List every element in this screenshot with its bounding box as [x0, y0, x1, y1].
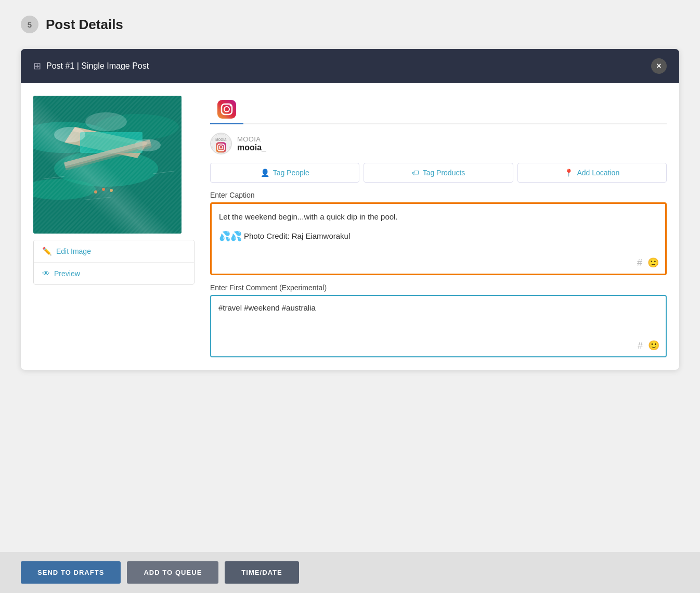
svg-rect-0 — [33, 96, 182, 234]
svg-point-10 — [85, 112, 127, 131]
svg-line-15 — [153, 171, 174, 174]
svg-point-2 — [96, 114, 179, 140]
step-number: 5 — [28, 20, 32, 29]
add-location-label: Add Location — [577, 169, 619, 177]
pencil-icon: ✏️ — [42, 247, 52, 256]
platform-tabs — [210, 96, 667, 124]
first-comment-label: Enter First Comment (Experimental) — [210, 283, 667, 292]
add-to-queue-button[interactable]: ADD TO QUEUE — [127, 561, 218, 584]
tag-products-label: Tag Products — [423, 169, 465, 177]
comment-toolbar: # 🙂 — [638, 340, 659, 351]
edit-image-label: Edit Image — [56, 247, 91, 255]
eye-icon: 👁 — [42, 269, 50, 278]
svg-text:MOOIA: MOOIA — [215, 138, 227, 141]
tab-instagram[interactable] — [210, 96, 243, 124]
svg-line-14 — [44, 176, 64, 179]
emoji-icon[interactable]: 🙂 — [647, 257, 659, 268]
tag-icon: 🏷 — [412, 169, 419, 177]
modal-close-button[interactable]: × — [651, 58, 667, 74]
caption-line2: 💦💦 Photo Credit: Raj Eiamworakul — [219, 229, 658, 243]
caption-toolbar: # 🙂 — [637, 257, 659, 268]
svg-rect-17 — [217, 100, 236, 119]
action-links: ✏️ Edit Image 👁 Preview — [33, 240, 195, 285]
tag-people-label: Tag People — [273, 169, 309, 177]
account-name-label: MOOIA — [237, 135, 266, 143]
svg-point-20 — [230, 105, 231, 107]
modal-body: ✏️ Edit Image 👁 Preview — [21, 83, 679, 370]
svg-point-12 — [102, 188, 105, 191]
close-icon: × — [656, 61, 661, 71]
left-panel: ✏️ Edit Image 👁 Preview — [33, 96, 195, 357]
caption-box[interactable]: Let the weekend begin...with a quick dip… — [210, 202, 667, 275]
account-avatar-icon: MOOIA — [211, 133, 231, 154]
caption-credit-text: Photo Credit: Raj Eiamworakul — [244, 230, 350, 242]
svg-rect-7 — [80, 132, 142, 153]
comment-emoji-icon[interactable]: 🙂 — [648, 340, 659, 351]
svg-point-26 — [224, 144, 225, 145]
svg-point-1 — [33, 122, 111, 153]
water-wave-emoji: 💦💦 — [219, 229, 242, 243]
step-badge: 5 — [21, 16, 38, 33]
page-title: Post Details — [46, 17, 123, 33]
tag-buttons-row: 👤 Tag People 🏷 Tag Products 📍 Add Locati… — [210, 163, 667, 183]
modal-header: ⊞ Post #1 | Single Image Post × — [21, 49, 679, 83]
right-panel: MOOIA — [210, 96, 667, 357]
comment-hashtag-icon[interactable]: # — [638, 340, 643, 351]
svg-line-16 — [85, 197, 111, 200]
instagram-icon — [217, 100, 236, 119]
svg-marker-5 — [64, 127, 148, 158]
preview-button[interactable]: 👁 Preview — [34, 263, 194, 284]
image-post-icon: ⊞ — [33, 60, 41, 72]
send-to-drafts-button[interactable]: SEND TO DRAFTS — [21, 561, 121, 584]
edit-image-button[interactable]: ✏️ Edit Image — [34, 240, 194, 263]
time-date-button[interactable]: TIME/DATE — [225, 561, 299, 584]
caption-line1: Let the weekend begin...with a quick dip… — [219, 211, 658, 223]
modal-header-title: ⊞ Post #1 | Single Image Post — [33, 60, 149, 72]
footer-bar: SEND TO DRAFTS ADD TO QUEUE TIME/DATE — [0, 552, 700, 593]
caption-text: Let the weekend begin...with a quick dip… — [219, 211, 658, 243]
hashtag-icon[interactable]: # — [637, 257, 642, 268]
comment-text: #travel #weekend #australia — [218, 303, 658, 312]
account-row: MOOIA — [210, 133, 667, 154]
svg-point-4 — [33, 179, 96, 200]
tag-products-button[interactable]: 🏷 Tag Products — [364, 163, 513, 183]
svg-point-3 — [54, 150, 158, 187]
image-preview — [33, 96, 182, 234]
preview-label: Preview — [54, 269, 80, 278]
svg-point-13 — [110, 189, 113, 192]
modal-title-text: Post #1 | Single Image Post — [46, 61, 149, 71]
account-info: MOOIA mooia_ — [237, 135, 266, 152]
preview-image — [33, 96, 182, 234]
tag-people-button[interactable]: 👤 Tag People — [210, 163, 359, 183]
caption-label: Enter Caption — [210, 191, 667, 199]
first-comment-box[interactable]: #travel #weekend #australia # 🙂 — [210, 295, 667, 357]
person-icon: 👤 — [261, 169, 269, 177]
svg-marker-6 — [72, 127, 148, 147]
account-username: mooia_ — [237, 143, 266, 152]
svg-point-9 — [135, 139, 161, 151]
account-avatar: MOOIA — [210, 133, 232, 154]
location-icon: 📍 — [564, 169, 573, 177]
add-location-button[interactable]: 📍 Add Location — [517, 163, 667, 183]
aerial-ocean-svg — [33, 96, 182, 234]
svg-point-11 — [94, 190, 97, 194]
post-details-modal: ⊞ Post #1 | Single Image Post × — [21, 49, 679, 370]
svg-point-8 — [54, 127, 85, 143]
